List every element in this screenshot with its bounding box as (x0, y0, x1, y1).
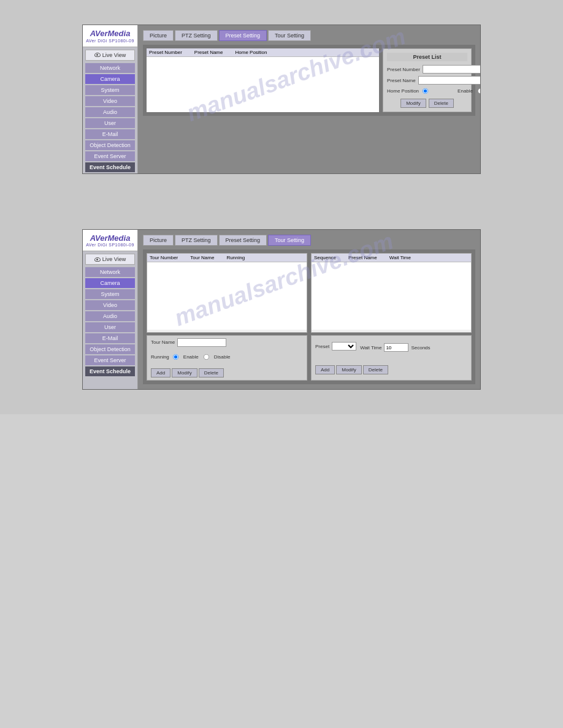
preset-name-row: Preset Name (387, 76, 467, 85)
modify-btn-1[interactable]: Modify (400, 99, 426, 108)
sidebar-item-objectdetection-2[interactable]: Object Detection (85, 344, 135, 354)
tour-add-btn[interactable]: Add (151, 368, 170, 377)
tour-delete-btn[interactable]: Delete (199, 368, 224, 377)
run-disable-label: Disable (214, 354, 231, 360)
tour-add-btn2[interactable]: Add (315, 365, 335, 374)
tour-modify-btn2[interactable]: Modify (336, 365, 362, 374)
sidebar-item-audio-1[interactable]: Audio (85, 107, 135, 117)
sidebar-item-eventschedule-1[interactable]: Event Schedule (85, 162, 135, 172)
preset-label: Preset (315, 344, 329, 349)
sidebar-item-video-1[interactable]: Video (85, 96, 135, 106)
tour-delete-btn2[interactable]: Delete (363, 365, 388, 374)
tour-form-left: Tour Name Running Enable Disable (147, 335, 307, 381)
tab-ptz-2[interactable]: PTZ Setting (175, 235, 218, 246)
sidebar-1: AVerMedia AVer DiGi SP1080i-09 Live View… (83, 25, 138, 173)
preset-form: Preset List Preset Number Preset Name Ho… (383, 48, 472, 112)
tab-bar-1: Picture PTZ Setting Preset Setting Tour … (143, 30, 475, 41)
preset-table-header: Preset Number Preset Name Home Position (147, 48, 379, 57)
preset-row: Preset (315, 342, 356, 351)
tab-bar-2: Picture PTZ Setting Preset Setting Tour … (143, 235, 475, 246)
tour-name-input[interactable] (177, 338, 226, 347)
wait-time-row: Wait Time Seconds (360, 343, 430, 352)
tab-preset-1[interactable]: Preset Setting (219, 30, 267, 41)
sidebar-item-eventserver-2[interactable]: Event Server (85, 355, 135, 365)
preset-list-title: Preset List (387, 53, 467, 61)
logo-sub-1: AVer DiGi SP1080i-09 (85, 39, 135, 43)
sidebar-item-audio-2[interactable]: Audio (85, 311, 135, 321)
col-running: Running (226, 255, 245, 260)
preset-table-body (147, 57, 379, 112)
sidebar-item-network-1[interactable]: Network (85, 63, 135, 73)
delete-btn-1[interactable]: Delete (429, 99, 454, 108)
sidebar-item-eventserver-1[interactable]: Event Server (85, 151, 135, 161)
live-view-label-2: Live View (102, 256, 126, 262)
logo-main-2: AVerMedia (85, 233, 135, 243)
wait-time-input[interactable] (384, 343, 408, 352)
preset-name-input[interactable] (418, 76, 481, 85)
live-view-btn-1[interactable]: Live View (85, 50, 135, 61)
preset-number-label: Preset Number (387, 67, 420, 72)
col-tour-number: Tour Number (150, 255, 178, 260)
preset-btn-row: Modify Delete (387, 99, 467, 108)
tour-tables: Tour Number Tour Name Running Sequence P… (147, 253, 472, 333)
sidebar-item-camera-2[interactable]: Camera (85, 278, 135, 288)
col-wait-time: Wait Time (389, 255, 411, 260)
sidebar-item-video-2[interactable]: Video (85, 300, 135, 310)
eye-icon-1 (94, 53, 101, 57)
run-enable-label: Enable (183, 354, 199, 360)
tour-btn-row-right: Add Modify Delete (315, 365, 388, 374)
logo-area-2: AVerMedia AVer DiGi SP1080i-09 (83, 230, 137, 252)
tab-ptz-1[interactable]: PTZ Setting (175, 30, 218, 41)
sidebar-item-user-2[interactable]: User (85, 322, 135, 332)
col-tour-name: Tour Name (190, 255, 214, 260)
tour-name-row: Tour Name (151, 338, 226, 347)
logo-main-1: AVerMedia (85, 29, 135, 39)
live-view-btn-2[interactable]: Live View (85, 254, 135, 265)
preset-number-row: Preset Number (387, 65, 467, 74)
tour-form-right: Preset Wait Time Seconds Add Modify (311, 335, 472, 381)
wait-time-label: Wait Time (360, 345, 381, 351)
main-content-2: Picture PTZ Setting Preset Setting Tour … (138, 230, 480, 389)
logo-sub-2: AVer DiGi SP1080i-09 (85, 243, 135, 247)
home-position-label: Home Position (387, 88, 419, 94)
tour-modify-btn[interactable]: Modify (172, 368, 197, 377)
col-home-position: Home Position (235, 50, 267, 55)
tour-btn-row-left: Add Modify Delete (151, 368, 224, 377)
preset-table-area: Preset Number Preset Name Home Position (147, 48, 379, 112)
tour-table-left: Tour Number Tour Name Running (147, 253, 307, 333)
tour-left-header: Tour Number Tour Name Running (147, 254, 307, 262)
preset-select[interactable] (332, 342, 356, 351)
eye-icon-2 (94, 257, 101, 262)
running-enable-radio[interactable] (173, 354, 178, 360)
running-radio-group: Enable Disable (172, 353, 231, 361)
tab-preset-2[interactable]: Preset Setting (219, 235, 267, 246)
preset-name-label: Preset Name (387, 78, 416, 83)
running-disable-radio[interactable] (204, 354, 209, 360)
running-label: Running (151, 354, 169, 360)
sidebar-item-eventschedule-2[interactable]: Event Schedule (85, 366, 135, 376)
sidebar-item-system-1[interactable]: System (85, 85, 135, 95)
tour-name-label: Tour Name (151, 339, 175, 345)
sidebar-item-email-1[interactable]: E-Mail (85, 129, 135, 139)
sidebar-item-network-2[interactable]: Network (85, 267, 135, 277)
home-disable-radio[interactable] (478, 88, 481, 94)
preset-number-input[interactable] (423, 65, 481, 74)
col-sequence: Sequence (314, 255, 336, 260)
tab-tour-1[interactable]: Tour Setting (268, 30, 311, 41)
live-view-label-1: Live View (102, 52, 126, 58)
tour-right-body (312, 262, 471, 330)
sidebar-item-system-2[interactable]: System (85, 289, 135, 299)
sidebar-2: AVerMedia AVer DiGi SP1080i-09 Live View… (83, 230, 138, 389)
sidebar-item-user-1[interactable]: User (85, 118, 135, 128)
home-enable-radio[interactable] (423, 88, 428, 94)
col-preset-name: Preset Name (194, 50, 223, 55)
tab-tour-2[interactable]: Tour Setting (268, 235, 311, 246)
tour-table-right: Sequence Preset Name Wait Time (311, 253, 472, 333)
sidebar-item-objectdetection-1[interactable]: Object Detection (85, 140, 135, 150)
main-content-1: Picture PTZ Setting Preset Setting Tour … (138, 25, 480, 173)
tab-picture-2[interactable]: Picture (143, 235, 174, 246)
tab-picture-1[interactable]: Picture (143, 30, 174, 41)
sidebar-item-camera-1[interactable]: Camera (85, 74, 135, 84)
sidebar-item-email-2[interactable]: E-Mail (85, 333, 135, 343)
logo-area-1: AVerMedia AVer DiGi SP1080i-09 (83, 25, 137, 47)
